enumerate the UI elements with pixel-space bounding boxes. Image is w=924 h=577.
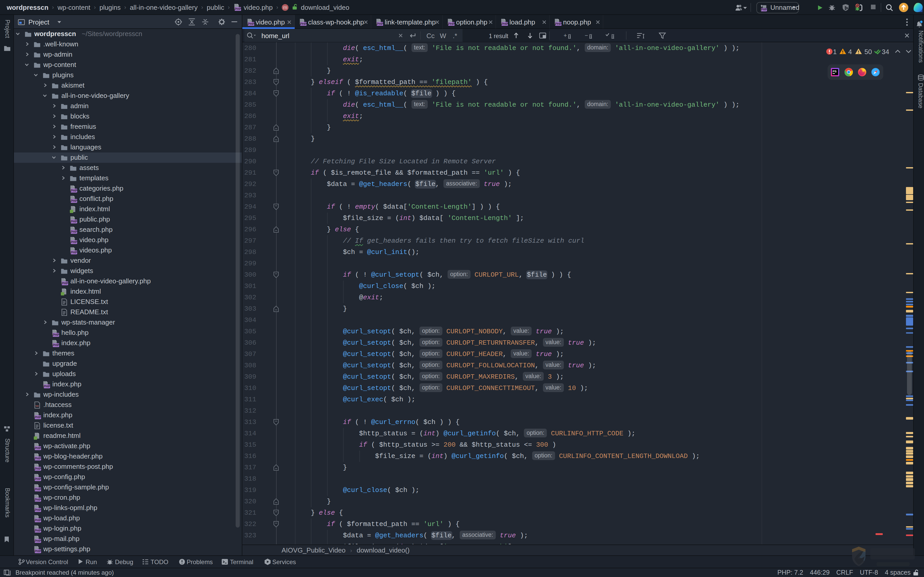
- svg-text:PHP: PHP: [34, 477, 41, 481]
- svg-text:PHP: PHP: [34, 488, 41, 491]
- svg-text:PHP: PHP: [71, 220, 77, 223]
- svg-text:PHP: PHP: [34, 457, 41, 460]
- svg-text:PHP: PHP: [71, 251, 77, 254]
- svg-text:PHP: PHP: [34, 467, 41, 471]
- svg-text:PHP: PHP: [34, 416, 41, 419]
- svg-text:PHP: PHP: [248, 22, 254, 26]
- svg-text:PHP: PHP: [234, 7, 241, 11]
- svg-text:PHP: PHP: [71, 240, 77, 244]
- svg-text:PHP: PHP: [34, 529, 41, 532]
- svg-text:PHP: PHP: [300, 22, 307, 26]
- svg-text:PHP: PHP: [761, 8, 767, 11]
- svg-text:−: −: [585, 32, 588, 39]
- svg-text:PHP: PHP: [34, 508, 41, 512]
- svg-text:PHP: PHP: [53, 343, 59, 347]
- svg-text:PHP: PHP: [61, 282, 68, 285]
- svg-text:PHP: PHP: [53, 333, 59, 337]
- svg-text:PHP: PHP: [44, 385, 50, 388]
- svg-text:PHP: PHP: [34, 498, 41, 501]
- svg-text:PHP: PHP: [377, 22, 383, 26]
- svg-text:PHP: PHP: [448, 22, 454, 26]
- svg-text:PS: PS: [832, 70, 837, 73]
- svg-text:PHP: PHP: [71, 230, 77, 234]
- svg-text:PHP: PHP: [555, 22, 562, 26]
- svg-text:PHP: PHP: [71, 189, 77, 192]
- svg-text:PHP: PHP: [34, 446, 41, 450]
- svg-text:PHP: PHP: [71, 199, 77, 203]
- svg-text:PHP: PHP: [34, 519, 41, 522]
- svg-text:+: +: [564, 32, 567, 39]
- svg-text:PHP: PHP: [34, 550, 41, 553]
- svg-text:PHP: PHP: [34, 539, 41, 543]
- svg-text:PHP: PHP: [501, 22, 508, 26]
